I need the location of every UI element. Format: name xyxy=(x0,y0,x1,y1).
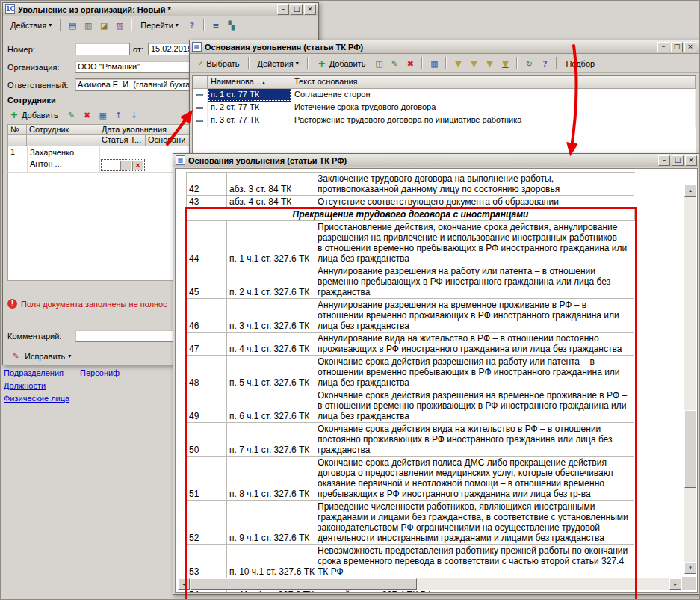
cell-text[interactable]: Окончание срока действия вида на жительс… xyxy=(315,423,634,457)
clear-filter-icon[interactable]: ▼ xyxy=(498,56,512,70)
cell-number[interactable]: 53 xyxy=(187,545,227,578)
table-row[interactable]: 43 абз. 4 ст. 84 ТК Отсутствие соответст… xyxy=(187,196,635,208)
scroll-up-button[interactable]: ▴ xyxy=(684,185,696,197)
nav-link-departments[interactable]: Подразделения xyxy=(4,368,64,377)
delete-icon[interactable]: ✖ xyxy=(403,56,418,70)
filter-settings-icon[interactable]: ▼ xyxy=(450,56,465,70)
cell-article[interactable]: п. 8 ч.1 ст. 327.6 ТК xyxy=(227,457,315,501)
minimize-button[interactable]: – xyxy=(658,155,670,166)
table-row[interactable]: 45 п. 2 ч.1 ст. 327.6 ТК Аннулирование р… xyxy=(187,265,635,299)
article-cell-editor[interactable]: … × xyxy=(101,159,145,171)
add-copy-icon[interactable]: ◫ xyxy=(371,56,386,70)
maximize-button[interactable]: □ xyxy=(291,4,303,15)
nav-link-individuals[interactable]: Физические лица xyxy=(4,394,69,403)
table-row[interactable]: 49 п. 6 ч.1 ст. 327.6 ТК Окончание срока… xyxy=(187,389,635,423)
table-row[interactable]: 52 п. 9 ч.1 ст. 327.6 ТК Приведение числ… xyxy=(187,501,635,545)
cell-name[interactable]: п. 3 ст. 77 ТК xyxy=(208,114,291,127)
minimize-button[interactable]: – xyxy=(657,42,669,52)
cell-number[interactable]: 49 xyxy=(187,389,227,423)
table-row[interactable]: 50 п. 7 ч.1 ст. 327.6 ТК Окончание срока… xyxy=(187,423,635,457)
maximize-button[interactable]: □ xyxy=(671,42,683,52)
add-row-button[interactable]: + Добавить xyxy=(4,108,63,123)
refresh-icon[interactable]: ↻ xyxy=(521,56,536,70)
cell-text[interactable]: Окончание срока действия разрешения на в… xyxy=(315,389,634,423)
close-button[interactable]: × xyxy=(684,42,696,52)
cell-number[interactable]: 43 xyxy=(187,196,227,208)
cell-article[interactable]: п. 4 ч.1 ст. 327.6 ТК xyxy=(227,333,315,356)
cell-number[interactable]: 46 xyxy=(187,299,227,333)
cell-article[interactable]: п. 7 ч.1 ст. 327.6 ТК xyxy=(227,423,315,457)
add-button[interactable]: + Добавить xyxy=(312,56,371,71)
cell-section-header[interactable]: Прекращение трудового договора с иностра… xyxy=(187,208,635,221)
cell-article[interactable]: п. 5 ч.1 ст. 327.6 ТК xyxy=(227,356,315,389)
cell-article[interactable]: п. 9 ч.1 ст. 327.6 ТК xyxy=(227,501,315,545)
cell-number[interactable]: 52 xyxy=(187,501,227,545)
filter-icon[interactable]: ▼ xyxy=(466,56,481,70)
print-icon[interactable]: ▨ xyxy=(112,18,127,32)
cell-employee[interactable]: Захарченко Антон ... xyxy=(28,146,100,172)
minimize-button[interactable]: – xyxy=(277,4,289,15)
cell-text[interactable]: Невозможность предоставления работнику п… xyxy=(315,545,634,578)
fix-button[interactable]: ✎ Исправить ▾ xyxy=(6,348,75,364)
list-row[interactable]: п. 3 ст. 77 ТК Расторжение трудового дог… xyxy=(193,114,696,127)
copy-icon[interactable]: ▦ xyxy=(427,56,442,70)
help-icon[interactable]: ? xyxy=(537,56,552,70)
table-row[interactable]: 46 п. 3 ч.1 ст. 327.6 ТК Аннулирование р… xyxy=(187,299,635,333)
actions-menu-button[interactable]: Действия▾ xyxy=(253,57,303,70)
cell-row-number[interactable]: 1 xyxy=(8,146,28,172)
table-row[interactable]: 53 п. 10 ч.1 ст. 327.6 ТК Невозможность … xyxy=(187,545,635,578)
actions-menu-button[interactable]: Действия▾ xyxy=(6,19,56,32)
choose-button[interactable]: … xyxy=(120,161,131,170)
horizontal-scroll-thumb[interactable] xyxy=(191,578,417,590)
cell-text[interactable]: Отсутствие соответствующего документа об… xyxy=(315,196,634,208)
table-row[interactable]: 51 п. 8 ч.1 ст. 327.6 ТК Окончание срока… xyxy=(187,457,635,501)
titlebar[interactable]: 1С Увольнение из организаций: Новый * – … xyxy=(3,3,318,16)
table-row[interactable]: 48 п. 5 ч.1 ст. 327.6 ТК Окончание срока… xyxy=(187,356,635,389)
column-header-text[interactable]: Текст основания xyxy=(291,76,696,89)
cell-text[interactable]: Аннулирование разрешения на работу или п… xyxy=(315,265,634,299)
save-icon[interactable]: ▥ xyxy=(81,18,96,32)
column-header-name[interactable]: Наименова...▴ xyxy=(208,76,291,89)
cell-number[interactable]: 50 xyxy=(187,423,227,457)
vertical-scroll-thumb[interactable] xyxy=(684,410,696,488)
delete-icon[interactable]: ✖ xyxy=(80,108,95,123)
cell-article[interactable]: абз. 4 ст. 84 ТК xyxy=(227,196,315,208)
cell-text[interactable]: Аннулирование вида на жительство в РФ – … xyxy=(315,333,634,356)
cell-text[interactable]: Заключение трудового договора на выполне… xyxy=(315,173,634,196)
cell-article[interactable]: п. 10 ч.1 ст. 327.6 ТК xyxy=(227,545,315,578)
titlebar[interactable]: ▦ Основания увольнения (статьи ТК РФ) – … xyxy=(173,154,699,167)
nav-link-positions[interactable]: Должности xyxy=(4,381,46,390)
goto-menu-button[interactable]: Перейти▾ xyxy=(136,19,183,32)
details-icon[interactable]: ▚ xyxy=(224,18,239,32)
titlebar[interactable]: ▦ Основания увольнения (статьи ТК РФ) – … xyxy=(190,40,699,54)
number-input[interactable] xyxy=(75,43,130,55)
cell-text[interactable]: Аннулирование разрешения на временное пр… xyxy=(315,299,634,333)
cell-number[interactable]: 48 xyxy=(187,356,227,389)
cell-text[interactable]: Приостановление действия, окончание срок… xyxy=(315,221,634,265)
table-row[interactable]: 47 п. 4 ч.1 ст. 327.6 ТК Аннулирование в… xyxy=(187,333,635,356)
select-button[interactable]: ✓ Выбрать xyxy=(193,56,244,70)
cell-article[interactable]: п. 2 ч.1 ст. 327.6 ТК xyxy=(227,265,315,299)
horizontal-scrollbar[interactable]: ◂ ▸ xyxy=(178,578,681,590)
move-up-icon[interactable]: ↑ xyxy=(111,108,126,123)
table-row[interactable]: 42 абз. 3 ст. 84 ТК Заключение трудового… xyxy=(187,173,635,196)
cell-text[interactable]: Истечение срока трудового договора xyxy=(291,102,696,114)
scroll-down-button[interactable]: ▾ xyxy=(684,562,696,574)
scroll-left-button[interactable]: ◂ xyxy=(178,578,190,590)
scroll-right-button[interactable]: ▸ xyxy=(669,578,681,590)
cell-article[interactable]: п. 3 ч.1 ст. 327.6 ТК xyxy=(227,299,315,333)
list-row[interactable]: п. 2 ст. 77 ТК Истечение срока трудового… xyxy=(193,102,696,114)
list-row[interactable]: п. 1 ст. 77 ТК Соглашение сторон xyxy=(193,89,696,102)
post-icon[interactable]: ◪ xyxy=(96,18,111,32)
close-button[interactable]: × xyxy=(304,4,316,15)
cell-article[interactable]: … × xyxy=(100,146,146,172)
edit-icon[interactable]: ✎ xyxy=(387,56,402,70)
cell-article[interactable]: абз. 3 ст. 84 ТК xyxy=(227,173,315,196)
filter-history-icon[interactable]: ▼ xyxy=(482,56,497,70)
nav-link-personified[interactable]: Персониф xyxy=(80,368,120,377)
clear-button[interactable]: × xyxy=(132,161,143,170)
vertical-scrollbar[interactable]: ▴ ▾ xyxy=(684,185,696,574)
cell-text[interactable]: Расторжение трудового договора по инициа… xyxy=(291,114,696,127)
cell-text[interactable]: Окончание срока действия разрешения на р… xyxy=(315,356,634,389)
cell-number[interactable]: 47 xyxy=(187,333,227,356)
